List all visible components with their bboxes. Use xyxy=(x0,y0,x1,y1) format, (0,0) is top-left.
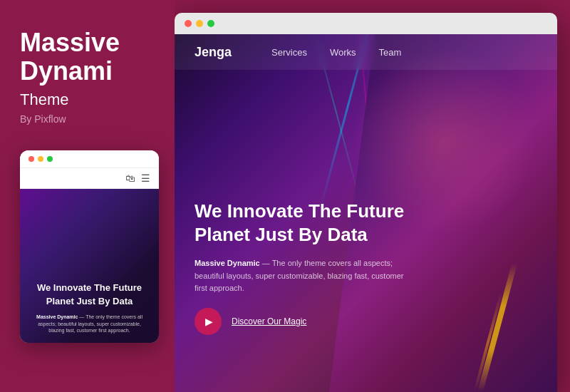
left-panel: Massive Dynami Theme By Pixflow 🛍 ☰ We I… xyxy=(0,0,175,392)
theme-subtitle: Theme xyxy=(20,91,155,109)
browser-window: Jenga Services Works Team We Innovate Th… xyxy=(175,13,557,392)
mobile-hero-text: We Innovate The Future Planet Just By Da… xyxy=(30,282,149,307)
nav-logo: Jenga xyxy=(195,45,232,60)
cart-icon: 🛍 xyxy=(125,172,135,184)
mobile-chrome xyxy=(20,150,159,168)
mobile-desc-bold: Massive Dynamic xyxy=(36,314,78,319)
right-panel: Jenga Services Works Team We Innovate Th… xyxy=(175,0,570,392)
nav-item-services[interactable]: Services xyxy=(271,47,307,58)
play-icon: ▶ xyxy=(205,316,213,327)
cta-link[interactable]: Discover Our Magic xyxy=(232,316,306,326)
menu-icon: ☰ xyxy=(141,172,150,184)
browser-dot-green xyxy=(207,20,214,27)
nav-item-works[interactable]: Works xyxy=(330,47,356,58)
title-line1: Massive xyxy=(20,28,120,57)
hero-text-block: We Innovate The Future Planet Just By Da… xyxy=(195,200,415,335)
browser-dot-red xyxy=(185,20,192,27)
hero-desc-bold: Massive Dynamic xyxy=(195,259,260,267)
hero-headline: We Innovate The Future Planet Just By Da… xyxy=(195,200,415,246)
nav-item-team[interactable]: Team xyxy=(379,47,402,58)
theme-by: By Pixflow xyxy=(20,113,155,125)
mobile-dot-yellow xyxy=(38,156,43,162)
play-button[interactable]: ▶ xyxy=(195,308,222,335)
browser-chrome xyxy=(175,13,557,34)
mobile-toolbar: 🛍 ☰ xyxy=(20,168,159,189)
theme-title: Massive Dynami xyxy=(20,29,155,85)
title-line2: Dynami xyxy=(20,56,113,86)
hero-description: Massive Dynamic — The only theme covers … xyxy=(195,257,415,295)
mobile-dot-green xyxy=(47,156,53,162)
mobile-dot-red xyxy=(28,156,34,162)
browser-content: Jenga Services Works Team We Innovate Th… xyxy=(175,34,557,392)
mobile-description: Massive Dynamic — The only theme covers … xyxy=(30,314,149,334)
hero-cta: ▶ Discover Our Magic xyxy=(195,308,415,335)
browser-navbar: Jenga Services Works Team xyxy=(175,34,557,70)
mobile-content: We Innovate The Future Planet Just By Da… xyxy=(20,189,159,343)
browser-dot-yellow xyxy=(196,20,203,27)
mobile-preview: 🛍 ☰ We Innovate The Future Planet Just B… xyxy=(20,150,159,343)
